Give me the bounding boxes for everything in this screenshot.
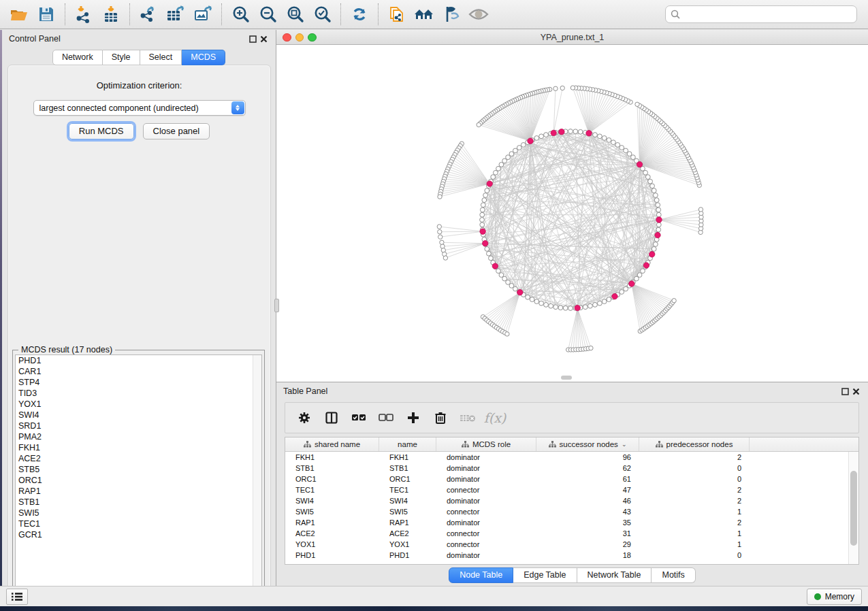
network-node[interactable] xyxy=(534,136,539,141)
network-mcds-node[interactable] xyxy=(643,263,649,268)
network-node[interactable] xyxy=(573,129,578,134)
mcds-result-list[interactable]: PHD1CAR1STP4TID3YOX1SWI4SRD1PMA2FKH1ACE2… xyxy=(15,354,262,597)
network-node[interactable] xyxy=(526,295,530,299)
network-mcds-node[interactable] xyxy=(586,131,592,136)
mcds-result-item[interactable]: ORC1 xyxy=(16,475,261,486)
network-node[interactable] xyxy=(549,303,553,308)
deselect-all-rows-button[interactable] xyxy=(374,405,398,431)
mcds-result-item[interactable]: TID3 xyxy=(16,388,261,399)
open-file-button[interactable] xyxy=(5,1,33,27)
close-mcds-panel-button[interactable]: Close panel xyxy=(143,123,210,139)
tab-motifs[interactable]: Motifs xyxy=(652,567,695,583)
zoom-in-button[interactable] xyxy=(227,1,254,27)
network-hscrollbar-thumb[interactable] xyxy=(561,376,572,380)
network-node[interactable] xyxy=(506,280,511,285)
create-column-button[interactable] xyxy=(401,405,425,431)
network-mcds-node[interactable] xyxy=(559,129,564,135)
mcds-result-item[interactable]: CAR1 xyxy=(16,366,261,377)
network-node[interactable] xyxy=(487,251,492,256)
criterion-dropdown[interactable]: largest connected component (undirected) xyxy=(33,100,246,116)
zoom-out-button[interactable] xyxy=(254,1,281,27)
network-node[interactable] xyxy=(539,301,544,306)
network-node[interactable] xyxy=(506,155,511,160)
network-node[interactable] xyxy=(650,184,655,188)
network-node[interactable] xyxy=(438,230,442,234)
column-header-name[interactable]: name xyxy=(379,437,436,451)
table-row[interactable]: PHD1PHD1dominator180 xyxy=(285,550,858,561)
mcds-result-item[interactable]: PHD1 xyxy=(16,355,261,366)
network-node[interactable] xyxy=(437,225,441,229)
network-node[interactable] xyxy=(477,122,481,127)
network-node[interactable] xyxy=(530,297,534,302)
save-session-button[interactable] xyxy=(33,1,60,27)
network-node[interactable] xyxy=(483,193,488,198)
network-node[interactable] xyxy=(502,276,507,281)
network-node[interactable] xyxy=(440,240,444,244)
export-table-button[interactable] xyxy=(162,1,189,27)
network-node[interactable] xyxy=(481,203,485,208)
export-network-button[interactable] xyxy=(135,1,162,27)
zoom-selected-button[interactable] xyxy=(308,1,336,27)
network-mcds-node[interactable] xyxy=(656,217,662,222)
network-node[interactable] xyxy=(443,256,447,260)
import-table-button[interactable] xyxy=(97,1,125,27)
network-node[interactable] xyxy=(635,102,639,106)
network-node[interactable] xyxy=(615,143,620,148)
import-network-button[interactable] xyxy=(70,1,97,27)
network-node[interactable] xyxy=(496,166,501,171)
network-node[interactable] xyxy=(558,306,563,310)
network-node[interactable] xyxy=(698,208,703,212)
network-node[interactable] xyxy=(654,242,658,247)
network-node[interactable] xyxy=(544,303,549,308)
network-node[interactable] xyxy=(485,188,489,193)
network-node[interactable] xyxy=(654,193,658,198)
network-node[interactable] xyxy=(593,303,598,308)
network-node[interactable] xyxy=(505,332,509,336)
column-header-predecessor-nodes[interactable]: predecessor nodes xyxy=(639,437,750,451)
tab-node-table[interactable]: Node Table xyxy=(449,567,513,583)
network-node[interactable] xyxy=(643,170,648,175)
network-node[interactable] xyxy=(496,269,501,274)
network-mcds-node[interactable] xyxy=(629,281,634,286)
column-header-MCDS-role[interactable]: MCDS role xyxy=(436,437,536,451)
network-node[interactable] xyxy=(568,129,573,134)
network-node[interactable] xyxy=(607,138,611,143)
network-node[interactable] xyxy=(652,188,656,193)
column-header-successor-nodes[interactable]: successor nodes⌄ xyxy=(536,437,639,451)
network-node[interactable] xyxy=(637,273,642,278)
network-node[interactable] xyxy=(589,346,593,350)
select-all-rows-button[interactable] xyxy=(347,405,371,431)
show-panels-menu-button[interactable] xyxy=(6,589,28,605)
network-node[interactable] xyxy=(438,195,442,199)
network-node[interactable] xyxy=(593,133,598,137)
network-node[interactable] xyxy=(570,86,575,90)
network-node[interactable] xyxy=(513,286,518,291)
mcds-list-scrollbar[interactable] xyxy=(253,355,261,597)
network-node[interactable] xyxy=(645,175,650,180)
network-node[interactable] xyxy=(652,247,656,252)
network-node[interactable] xyxy=(494,170,498,175)
network-node[interactable] xyxy=(544,133,549,137)
tab-edge-table[interactable]: Edge Table xyxy=(513,567,577,583)
network-node[interactable] xyxy=(602,136,607,141)
network-node[interactable] xyxy=(489,256,494,261)
close-window-icon[interactable] xyxy=(283,33,291,42)
network-node[interactable] xyxy=(553,86,558,90)
float-panel-button[interactable] xyxy=(247,33,258,44)
close-panel-button[interactable] xyxy=(258,33,269,44)
table-row[interactable]: RAP1RAP1dominator352 xyxy=(285,517,858,528)
network-node[interactable] xyxy=(578,129,583,134)
network-node[interactable] xyxy=(656,203,660,208)
network-node[interactable] xyxy=(438,235,443,239)
network-node[interactable] xyxy=(598,134,602,139)
network-node[interactable] xyxy=(624,148,628,153)
table-row[interactable]: TEC1TEC1connector472 xyxy=(285,484,858,495)
tab-mcds[interactable]: MCDS xyxy=(182,50,225,65)
network-node[interactable] xyxy=(553,305,558,310)
network-mcds-node[interactable] xyxy=(483,241,488,246)
network-node[interactable] xyxy=(560,86,564,90)
network-mcds-node[interactable] xyxy=(649,252,655,257)
export-image-button[interactable] xyxy=(189,1,216,27)
network-mcds-node[interactable] xyxy=(487,181,492,186)
network-node[interactable] xyxy=(491,175,496,180)
